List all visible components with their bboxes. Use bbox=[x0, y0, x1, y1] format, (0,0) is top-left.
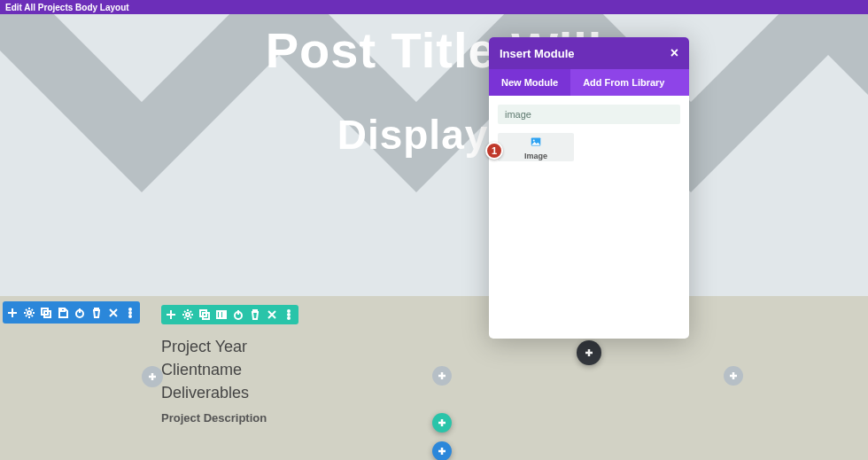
svg-point-18 bbox=[533, 139, 535, 141]
save-icon[interactable] bbox=[58, 308, 68, 318]
gear-icon[interactable] bbox=[182, 309, 193, 320]
svg-rect-12 bbox=[224, 311, 226, 318]
module-image-label: Image bbox=[524, 152, 547, 160]
duplicate-icon[interactable] bbox=[199, 309, 210, 320]
modal-tabs: New Module Add From Library bbox=[489, 69, 689, 96]
svg-point-4 bbox=[129, 308, 131, 310]
svg-rect-10 bbox=[217, 311, 220, 318]
svg-point-5 bbox=[129, 312, 131, 314]
close-icon[interactable] bbox=[108, 308, 119, 318]
add-icon[interactable] bbox=[166, 309, 176, 320]
top-bar: Edit All Projects Body Layout bbox=[0, 0, 868, 14]
deliverables-line: Deliverables bbox=[161, 381, 267, 404]
project-year-line: Project Year bbox=[161, 335, 267, 358]
add-icon[interactable] bbox=[7, 308, 18, 318]
modal-title: Insert Module bbox=[500, 47, 575, 60]
module-search-input[interactable] bbox=[498, 105, 680, 124]
svg-point-14 bbox=[288, 310, 290, 312]
power-icon[interactable] bbox=[233, 309, 244, 320]
add-module-column-1[interactable] bbox=[142, 366, 163, 387]
svg-rect-11 bbox=[221, 311, 223, 318]
project-description: Project Description bbox=[161, 411, 267, 425]
tab-new-module[interactable]: New Module bbox=[489, 69, 570, 96]
project-meta-block: Project Year Clientname Deliverables Pro… bbox=[161, 335, 267, 425]
modal-header[interactable]: Insert Module × bbox=[489, 37, 689, 69]
more-icon[interactable] bbox=[125, 308, 136, 318]
module-results: Image bbox=[498, 133, 680, 161]
power-icon[interactable] bbox=[74, 308, 85, 318]
svg-point-16 bbox=[288, 317, 290, 319]
hero-section: Post Title Will Display H bbox=[0, 14, 868, 296]
close-icon[interactable]: × bbox=[670, 46, 678, 60]
trash-icon[interactable] bbox=[91, 308, 102, 318]
gear-icon[interactable] bbox=[24, 308, 35, 318]
columns-icon[interactable] bbox=[216, 309, 227, 320]
post-subtitle-placeholder: Display H bbox=[0, 111, 868, 159]
svg-point-6 bbox=[129, 316, 131, 317]
svg-point-15 bbox=[288, 314, 290, 316]
image-icon bbox=[531, 135, 541, 151]
modal-body: Image bbox=[489, 96, 689, 339]
insert-module-modal: Insert Module × New Module Add From Libr… bbox=[489, 37, 689, 339]
add-section-button[interactable] bbox=[432, 441, 452, 460]
annotation-badge-1: 1 bbox=[485, 142, 503, 160]
trash-icon[interactable] bbox=[250, 309, 260, 320]
add-module-column-3[interactable] bbox=[724, 366, 743, 386]
add-row-button[interactable] bbox=[432, 413, 452, 433]
hero-titles: Post Title Will Display H bbox=[0, 14, 868, 159]
more-icon[interactable] bbox=[283, 309, 294, 320]
tab-add-from-library[interactable]: Add From Library bbox=[570, 69, 677, 96]
module-image[interactable]: Image bbox=[498, 133, 574, 161]
svg-point-7 bbox=[186, 313, 190, 316]
close-icon[interactable] bbox=[267, 309, 277, 320]
post-title-placeholder: Post Title Will bbox=[0, 21, 868, 79]
svg-point-0 bbox=[27, 311, 31, 315]
row-toolbar bbox=[161, 305, 298, 324]
duplicate-icon[interactable] bbox=[41, 308, 51, 318]
add-module-column-2[interactable] bbox=[432, 366, 452, 386]
page-title: Edit All Projects Body Layout bbox=[5, 3, 129, 12]
add-module-dark-button[interactable] bbox=[577, 340, 601, 365]
client-name-line: Clientname bbox=[161, 358, 267, 381]
section-toolbar bbox=[3, 301, 140, 324]
